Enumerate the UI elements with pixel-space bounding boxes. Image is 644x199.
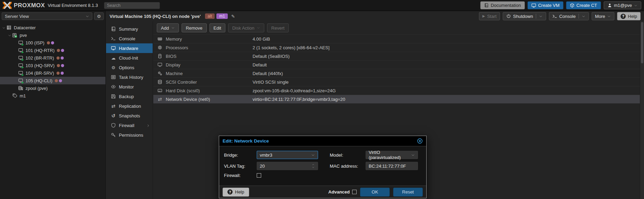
ok-button[interactable]: OK bbox=[360, 188, 390, 197]
chevron-down-icon[interactable] bbox=[582, 14, 585, 18]
chevron-down-icon bbox=[85, 14, 89, 18]
start-button[interactable]: ▶Start bbox=[479, 12, 500, 20]
tab-label: Replication bbox=[119, 104, 141, 109]
running-indicator-icon: ▶ bbox=[22, 66, 24, 69]
hardware-row-network-device-net0-[interactable]: ⇄ Network Device (net0) virtio=BC:24:11:… bbox=[153, 95, 640, 104]
tab-snapshots[interactable]: ↺ Snapshots bbox=[106, 111, 153, 121]
spinner-up-icon[interactable] bbox=[311, 163, 315, 166]
create-ct-label: Create CT bbox=[576, 3, 597, 8]
tab-monitor[interactable]: Monitor bbox=[106, 82, 153, 92]
disk-action-button[interactable]: Disk Action bbox=[228, 23, 264, 32]
tag-dots bbox=[57, 49, 64, 52]
tree-item-100-isp-[interactable]: ▶ 100 (ISP) bbox=[0, 39, 105, 46]
tree-item-102-br-rtr-[interactable]: ▶ 102 (BR-RTR) bbox=[0, 54, 105, 62]
hardware-row-label: Network Device (net0) bbox=[166, 97, 253, 102]
documentation-label: Documentation bbox=[491, 3, 521, 8]
hardware-row-processors[interactable]: Processors 2 (1 sockets, 2 cores) [x86-6… bbox=[153, 43, 640, 52]
hardware-row-value: Default (i440fx) bbox=[253, 71, 283, 76]
shutdown-button[interactable]: Shutdown bbox=[503, 12, 546, 20]
hardware-row-display[interactable]: Display Default bbox=[153, 61, 640, 69]
firewall-checkbox[interactable] bbox=[257, 173, 261, 178]
documentation-button[interactable]: Documentation bbox=[480, 1, 524, 9]
hardware-row-machine[interactable]: Machine Default (i440fx) bbox=[153, 69, 640, 78]
button-label: Console bbox=[559, 14, 576, 19]
hardware-row-bios[interactable]: BIOS Default (SeaBIOS) bbox=[153, 52, 640, 61]
node-icon bbox=[12, 33, 17, 38]
tree-item-105-hq-cli-[interactable]: ▶ 105 (HQ-CLI) bbox=[0, 77, 105, 84]
hardware-row-memory[interactable]: Memory 4.00 GiB bbox=[153, 35, 640, 43]
search-input[interactable] bbox=[104, 2, 160, 9]
dialog-footer: ? Help Advanced OK Reset bbox=[219, 186, 426, 198]
button-label: Edit bbox=[214, 25, 221, 31]
add-button[interactable]: Add bbox=[157, 23, 179, 32]
more-button[interactable]: More bbox=[592, 12, 615, 20]
vertical-scrollbar[interactable] bbox=[640, 21, 644, 199]
bridge-combobox[interactable]: vmbr3 bbox=[257, 151, 318, 159]
vm-tag-alt: alt bbox=[205, 13, 215, 19]
hardware-row-label: Memory bbox=[166, 36, 253, 42]
tag-dots bbox=[57, 56, 64, 60]
hardware-row-hard-disk-scsi0-[interactable]: Hard Disk (scsi0) zpool:vm-105-disk-0,io… bbox=[153, 86, 640, 95]
console-icon bbox=[111, 36, 116, 41]
hardware-row-scsi-controller[interactable]: SCSI Controller VirtIO SCSI single bbox=[153, 78, 640, 86]
running-indicator-icon: ▶ bbox=[22, 74, 24, 76]
tab-summary[interactable]: Summary bbox=[106, 24, 153, 34]
remove-button[interactable]: Remove bbox=[182, 23, 206, 32]
help-button[interactable]: ? Help bbox=[223, 188, 249, 197]
edit-button[interactable]: Edit bbox=[209, 23, 225, 32]
tree-item-datacenter[interactable]: Datacenter bbox=[0, 24, 105, 31]
tab-hardware[interactable]: Hardware bbox=[106, 43, 153, 53]
tab-cloud-init[interactable]: ☁ Cloud-Init bbox=[106, 53, 153, 63]
button-label: Add bbox=[161, 25, 169, 31]
tag-dots bbox=[57, 72, 64, 75]
help-button[interactable]: ?Help bbox=[617, 12, 641, 20]
hardware-row-value: 4.00 GiB bbox=[253, 36, 270, 42]
sidebar-settings-button[interactable]: ⚙ bbox=[94, 12, 104, 20]
tree-item-101-hq-rtr-[interactable]: ▶ 101 (HQ-RTR) bbox=[0, 46, 105, 54]
chevron-down-icon[interactable] bbox=[539, 14, 543, 18]
tab-label: Options bbox=[119, 65, 134, 70]
advanced-checkbox[interactable] bbox=[352, 190, 357, 194]
tree-item-pve[interactable]: pve bbox=[0, 31, 105, 39]
tag-dots bbox=[55, 79, 62, 82]
vm-tag-m1: m1 bbox=[216, 13, 228, 19]
tree-item-104-br-srv-[interactable]: ▶ 104 (BR-SRV) bbox=[0, 69, 105, 77]
pool-icon bbox=[12, 93, 17, 98]
tab-replication[interactable]: ⇄ Replication bbox=[106, 101, 153, 111]
tab-permissions[interactable]: Permissions bbox=[106, 130, 153, 140]
view-selector[interactable]: Server View bbox=[2, 12, 92, 20]
close-icon[interactable] bbox=[417, 138, 423, 144]
tab-options[interactable]: ⚙ Options bbox=[106, 63, 153, 72]
dialog-body: Bridge: vmbr3 Model: VirtIO (paravirtual… bbox=[219, 146, 426, 178]
chevron-down-icon bbox=[634, 4, 637, 7]
tab-task-history[interactable]: Task History bbox=[106, 72, 153, 82]
vlan-tag-value: 20 bbox=[260, 164, 265, 169]
tree-item-103-hq-srv-[interactable]: ▶ 103 (HQ-SRV) bbox=[0, 62, 105, 69]
create-vm-button[interactable]: Create VM bbox=[528, 1, 563, 9]
vm-tags: altm1 bbox=[205, 13, 228, 19]
content-header: Virtual Machine 105 (HQ-CLI) on node 'pv… bbox=[106, 11, 644, 21]
expand-arrow[interactable] bbox=[1, 25, 6, 30]
top-bar: PROXMOX Virtual Environment 8.1.3 Docume… bbox=[0, 0, 644, 11]
create-ct-button[interactable]: Create CT bbox=[566, 1, 601, 9]
revert-button[interactable]: Revert bbox=[267, 23, 288, 32]
tab-firewall[interactable]: Firewall bbox=[106, 121, 153, 130]
model-label: Model: bbox=[330, 153, 366, 158]
user-menu-button[interactable]: m1@pve bbox=[604, 1, 641, 9]
tree-item-m1[interactable]: m1 bbox=[0, 92, 105, 100]
tab-backup[interactable]: Backup bbox=[106, 92, 153, 101]
mac-address-field[interactable]: BC:24:11:72:77:0F bbox=[366, 162, 418, 170]
edit-tags-icon[interactable]: ✎ bbox=[231, 14, 235, 19]
expand-arrow[interactable] bbox=[7, 33, 12, 38]
spinner-down-icon[interactable] bbox=[311, 166, 315, 169]
dialog-titlebar[interactable]: Edit: Network Device bbox=[219, 136, 426, 146]
tab-console[interactable]: Console bbox=[106, 34, 153, 43]
tree-item-zpool-pve-[interactable]: zpool (pve) bbox=[0, 84, 105, 92]
tree-item-label: Datacenter bbox=[14, 25, 36, 30]
vm-icon: ▶ bbox=[18, 63, 23, 68]
vlan-tag-spinner[interactable]: 20 bbox=[257, 162, 318, 170]
model-combobox[interactable]: VirtIO (paravirtualized) bbox=[366, 151, 418, 159]
console-button[interactable]: Console bbox=[549, 12, 589, 20]
reset-button[interactable]: Reset bbox=[393, 188, 423, 197]
scrollbar-thumb[interactable] bbox=[641, 22, 643, 63]
